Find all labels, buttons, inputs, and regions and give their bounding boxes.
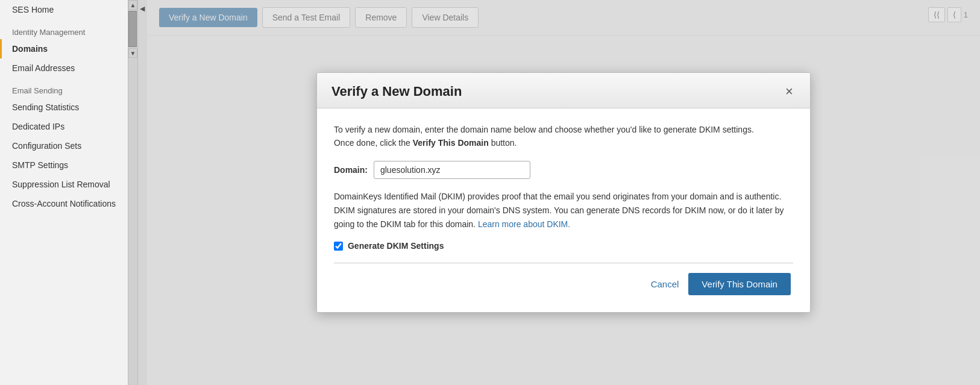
- sidebar-scrollbar[interactable]: ▲ ▼: [128, 0, 137, 385]
- modal-close-button[interactable]: ×: [783, 85, 796, 98]
- modal-desc-bold: Verify This Domain: [413, 138, 489, 148]
- modal-desc-part3: button.: [489, 138, 517, 148]
- sidebar-item-cross-account-notifications[interactable]: Cross-Account Notifications: [0, 194, 128, 213]
- generate-dkim-row: Generate DKIM Settings: [334, 241, 793, 251]
- modal-desc-part1: To verify a new domain, enter the domain…: [334, 125, 754, 134]
- generate-dkim-label[interactable]: Generate DKIM Settings: [348, 241, 444, 251]
- sidebar-identity-management-label: Identity Management: [0, 19, 128, 39]
- cancel-button[interactable]: Cancel: [651, 279, 679, 289]
- sidebar-item-smtp-settings[interactable]: SMTP Settings: [0, 155, 128, 175]
- domain-row: Domain:: [334, 161, 793, 179]
- scroll-thumb[interactable]: [128, 11, 137, 47]
- modal-divider: [334, 263, 793, 263]
- modal-footer: Cancel Verify This Domain: [334, 273, 793, 298]
- page: SES Home Identity Management Domains Ema…: [0, 0, 980, 385]
- sidebar-item-domains[interactable]: Domains: [0, 39, 128, 58]
- sidebar-email-sending-label: Email Sending: [0, 78, 128, 98]
- sidebar-item-sending-statistics[interactable]: Sending Statistics: [0, 98, 128, 117]
- sidebar-collapse[interactable]: ◀: [137, 0, 147, 385]
- modal-description: To verify a new domain, enter the domain…: [334, 123, 793, 150]
- dkim-learn-more-link[interactable]: Learn more about DKIM.: [478, 219, 570, 229]
- sidebar: SES Home Identity Management Domains Ema…: [0, 0, 128, 385]
- modal-body: To verify a new domain, enter the domain…: [317, 108, 810, 312]
- sidebar-wrapper: SES Home Identity Management Domains Ema…: [0, 0, 147, 385]
- sidebar-item-configuration-sets[interactable]: Configuration Sets: [0, 136, 128, 155]
- domain-label: Domain:: [334, 165, 368, 175]
- dkim-description: DomainKeys Identified Mail (DKIM) provid…: [334, 190, 793, 231]
- scroll-up-arrow[interactable]: ▲: [128, 0, 137, 10]
- sidebar-home[interactable]: SES Home: [0, 0, 128, 19]
- modal-title: Verify a New Domain: [331, 84, 462, 99]
- sidebar-item-suppression-list-removal[interactable]: Suppression List Removal: [0, 175, 128, 194]
- modal-desc-part2: Once done, click the: [334, 138, 413, 148]
- sidebar-item-email-addresses[interactable]: Email Addresses: [0, 58, 128, 78]
- modal-header: Verify a New Domain ×: [317, 73, 810, 108]
- domain-input[interactable]: [374, 161, 530, 179]
- modal-overlay: Verify a New Domain × To verify a new do…: [147, 0, 980, 385]
- collapse-icon[interactable]: ◀: [140, 5, 145, 13]
- main-content: Verify a New Domain Send a Test Email Re…: [147, 0, 980, 385]
- sidebar-item-dedicated-ips[interactable]: Dedicated IPs: [0, 117, 128, 136]
- verify-this-domain-button[interactable]: Verify This Domain: [688, 273, 791, 295]
- generate-dkim-checkbox[interactable]: [334, 242, 343, 251]
- verify-domain-modal: Verify a New Domain × To verify a new do…: [316, 72, 811, 313]
- scroll-down-arrow[interactable]: ▼: [128, 48, 137, 58]
